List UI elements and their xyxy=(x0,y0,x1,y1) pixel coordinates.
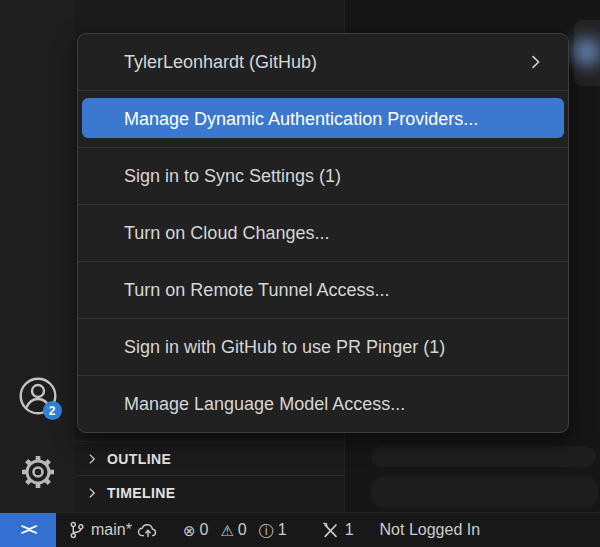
accounts-button[interactable]: 2 xyxy=(18,376,58,416)
cloud-upload-icon xyxy=(137,522,159,539)
menu-item-manage-dynamic-auth-providers[interactable]: Manage Dynamic Authentication Providers.… xyxy=(78,90,568,147)
accounts-badge: 2 xyxy=(43,401,62,420)
sidebar-section-timeline[interactable]: TIMELINE xyxy=(75,475,344,509)
error-icon: ⊗ xyxy=(183,523,196,538)
editor-ghost-row xyxy=(371,446,596,467)
gear-icon xyxy=(18,452,58,492)
chevron-right-icon xyxy=(85,452,99,466)
menu-item-turn-on-cloud-changes[interactable]: Turn on Cloud Changes... xyxy=(78,204,568,261)
menu-item-label: TylerLeonhardt (GitHub) xyxy=(124,52,317,73)
menu-item-sign-in-github-pr-pinger[interactable]: Sign in with GitHub to use PR Pinger (1) xyxy=(78,318,568,375)
menu-item-sign-in-sync-settings[interactable]: Sign in to Sync Settings (1) xyxy=(78,147,568,204)
menu-item-label: Manage Dynamic Authentication Providers.… xyxy=(124,109,478,130)
tools-count: 1 xyxy=(345,521,354,539)
sidebar-sections: OUTLINE TIMELINE xyxy=(75,441,344,509)
tools-status-item[interactable]: 1 xyxy=(321,521,354,540)
git-branch-icon xyxy=(68,521,86,539)
menu-item-label: Sign in to Sync Settings (1) xyxy=(124,166,341,187)
menu-item-label: Turn on Remote Tunnel Access... xyxy=(124,280,389,301)
editor-ghost-row xyxy=(371,477,598,507)
info-icon: ⓘ xyxy=(259,523,274,538)
warning-count: 0 xyxy=(238,521,247,539)
status-bar: >< main* ⊗ 0 ⚠ 0 ⓘ 1 xyxy=(0,512,600,547)
section-label: OUTLINE xyxy=(107,451,171,467)
tools-icon xyxy=(321,521,340,540)
problems-status-item[interactable]: ⊗ 0 ⚠ 0 ⓘ 1 xyxy=(183,521,295,539)
menu-item-account[interactable]: TylerLeonhardt (GitHub) xyxy=(78,34,568,90)
sidebar-section-outline[interactable]: OUTLINE xyxy=(75,441,344,475)
menu-item-turn-on-remote-tunnel[interactable]: Turn on Remote Tunnel Access... xyxy=(78,261,568,318)
login-status-text: Not Logged In xyxy=(380,521,481,539)
accounts-context-menu: TylerLeonhardt (GitHub) Manage Dynamic A… xyxy=(77,33,569,433)
error-count: 0 xyxy=(199,521,208,539)
submenu-chevron-icon xyxy=(526,53,544,71)
warning-icon: ⚠ xyxy=(220,523,233,538)
menu-item-label: Sign in with GitHub to use PR Pinger (1) xyxy=(124,337,445,358)
branch-status-item[interactable]: main* xyxy=(68,521,159,539)
info-count: 1 xyxy=(278,521,287,539)
login-status-item[interactable]: Not Logged In xyxy=(380,521,481,539)
chevron-right-icon xyxy=(85,486,99,500)
activity-bar: 2 xyxy=(0,0,75,512)
branch-name: main* xyxy=(91,521,132,539)
menu-item-label: Manage Language Model Access... xyxy=(124,394,405,415)
menu-item-manage-language-model-access[interactable]: Manage Language Model Access... xyxy=(78,375,568,432)
settings-button[interactable] xyxy=(18,452,58,492)
remote-indicator[interactable]: >< xyxy=(0,513,56,547)
section-label: TIMELINE xyxy=(107,485,176,501)
menu-item-label: Turn on Cloud Changes... xyxy=(124,223,329,244)
